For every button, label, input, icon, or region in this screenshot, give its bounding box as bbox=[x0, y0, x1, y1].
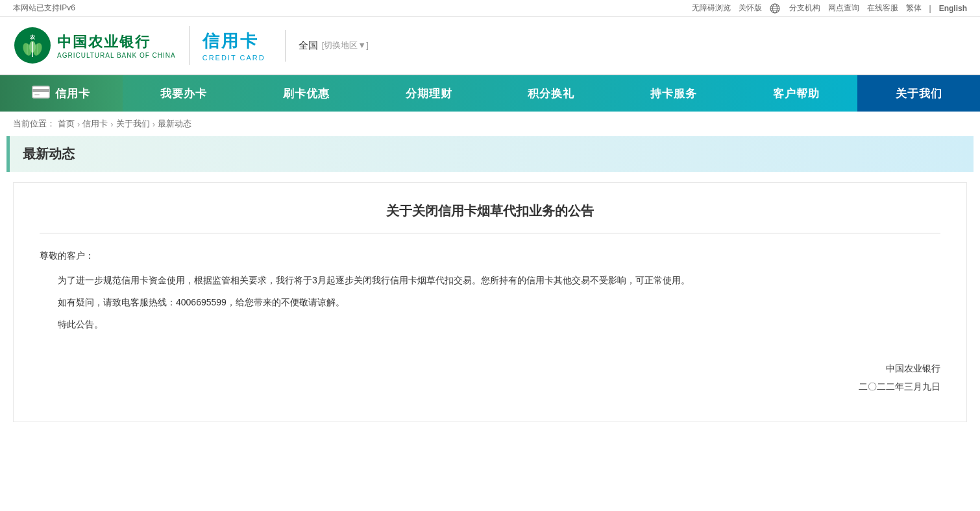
nav-points-label: 积分换礼 bbox=[528, 86, 574, 101]
breadcrumb-home[interactable]: 首页 bbox=[58, 118, 75, 130]
svg-text:农: 农 bbox=[29, 34, 36, 40]
bank-logo: 农 中国农业银行 AGRICULTURAL BANK OF CHINA bbox=[13, 26, 190, 65]
branch-query-link[interactable]: 网点查询 bbox=[828, 3, 859, 14]
traditional-chinese-link[interactable]: 繁体 bbox=[906, 3, 922, 14]
credit-card-logo: 信用卡 CREDIT CARD bbox=[202, 30, 286, 62]
credit-card-label-cn: 信用卡 bbox=[202, 30, 259, 53]
nav-credit-card-label: 信用卡 bbox=[55, 86, 90, 101]
logo-section: 农 中国农业银行 AGRICULTURAL BANK OF CHINA 信用卡 … bbox=[13, 26, 369, 65]
article-title: 关于关闭信用卡烟草代扣业务的公告 bbox=[40, 202, 940, 233]
breadcrumb-sep-3: › bbox=[153, 119, 155, 129]
nav-help[interactable]: 客户帮助 bbox=[735, 75, 858, 112]
section-title-bar: 最新动态 bbox=[6, 136, 974, 172]
breadcrumb-sep-1: › bbox=[77, 119, 80, 129]
nav-about-us-label: 关于我们 bbox=[896, 86, 942, 101]
breadcrumb-prefix: 当前位置： bbox=[13, 118, 55, 130]
nav-apply-card-label: 我要办卡 bbox=[160, 86, 207, 101]
credit-card-icon bbox=[32, 86, 50, 102]
article-para2: 如有疑问，请致电客服热线：4006695599，给您带来的不便敬请谅解。 bbox=[40, 293, 940, 311]
globe-icon bbox=[770, 3, 781, 14]
header: 农 中国农业银行 AGRICULTURAL BANK OF CHINA 信用卡 … bbox=[0, 17, 980, 75]
lang-divider: | bbox=[929, 4, 931, 13]
nav-credit-card[interactable]: 信用卡 bbox=[0, 75, 123, 112]
nav-installment[interactable]: 分期理财 bbox=[367, 75, 490, 112]
breadcrumb-sep-2: › bbox=[110, 119, 113, 129]
nav-apply-card[interactable]: 我要办卡 bbox=[123, 75, 245, 112]
bank-name-en: AGRICULTURAL BANK OF CHINA bbox=[57, 52, 176, 59]
article-org: 中国农业银行 bbox=[40, 359, 940, 377]
page-section: 最新动态 关于关闭信用卡烟草代扣业务的公告 尊敬的客户： 为了进一步规范信用卡资… bbox=[6, 136, 974, 422]
nav-card-service[interactable]: 持卡服务 bbox=[613, 75, 735, 112]
top-bar: 本网站已支持IPv6 无障碍浏览 关怀版 分支机构 网点查询 在线客服 繁体 |… bbox=[0, 0, 980, 17]
nav-card-service-label: 持卡服务 bbox=[650, 86, 697, 101]
article-body: 尊敬的客户： 为了进一步规范信用卡资金使用，根据监管相关要求，我行将于3月起逐步… bbox=[40, 246, 940, 333]
top-bar-links: 无障碍浏览 关怀版 分支机构 网点查询 在线客服 繁体 | English bbox=[692, 3, 967, 14]
svg-rect-15 bbox=[34, 94, 40, 95]
care-version-link[interactable]: 关怀版 bbox=[739, 3, 762, 14]
article-greeting: 尊敬的客户： bbox=[40, 246, 940, 265]
accessibility-link[interactable]: 无障碍浏览 bbox=[692, 3, 731, 14]
nav-card-offers-label: 刷卡优惠 bbox=[283, 86, 330, 101]
credit-card-label-en: CREDIT CARD bbox=[202, 54, 265, 62]
article-para3: 特此公告。 bbox=[40, 315, 940, 333]
section-title: 最新动态 bbox=[23, 145, 961, 163]
nav-help-label: 客户帮助 bbox=[773, 86, 820, 101]
breadcrumb-about[interactable]: 关于我们 bbox=[116, 118, 150, 130]
breadcrumb: 当前位置： 首页 › 信用卡 › 关于我们 › 最新动态 bbox=[0, 112, 980, 136]
english-link[interactable]: English bbox=[939, 4, 967, 13]
article-para1: 为了进一步规范信用卡资金使用，根据监管相关要求，我行将于3月起逐步关闭我行信用卡… bbox=[40, 271, 940, 289]
nav-points[interactable]: 积分换礼 bbox=[490, 75, 613, 112]
bank-name-cn: 中国农业银行 bbox=[57, 32, 176, 52]
nav-about-us[interactable]: 关于我们 bbox=[857, 75, 980, 112]
branches-link[interactable]: 分支机构 bbox=[789, 3, 820, 14]
article-footer: 中国农业银行 二〇二二年三月九日 bbox=[40, 359, 940, 396]
svg-rect-14 bbox=[32, 89, 49, 92]
nav-installment-label: 分期理财 bbox=[406, 86, 452, 101]
region-name: 全国 bbox=[299, 40, 318, 52]
article-content: 关于关闭信用卡烟草代扣业务的公告 尊敬的客户： 为了进一步规范信用卡资金使用，根… bbox=[13, 182, 967, 422]
nav-card-offers[interactable]: 刷卡优惠 bbox=[245, 75, 368, 112]
breadcrumb-credit[interactable]: 信用卡 bbox=[82, 118, 108, 130]
navigation-bar: 信用卡 我要办卡 刷卡优惠 分期理财 积分换礼 持卡服务 客户帮助 关于我们 bbox=[0, 75, 980, 112]
breadcrumb-news: 最新动态 bbox=[158, 118, 191, 130]
ipv6-notice: 本网站已支持IPv6 bbox=[13, 3, 75, 14]
article-date: 二〇二二年三月九日 bbox=[40, 377, 940, 396]
region-selector: 全国 [切换地区▼] bbox=[299, 40, 369, 52]
region-switch-button[interactable]: [切换地区▼] bbox=[322, 40, 369, 51]
online-service-link[interactable]: 在线客服 bbox=[867, 3, 898, 14]
